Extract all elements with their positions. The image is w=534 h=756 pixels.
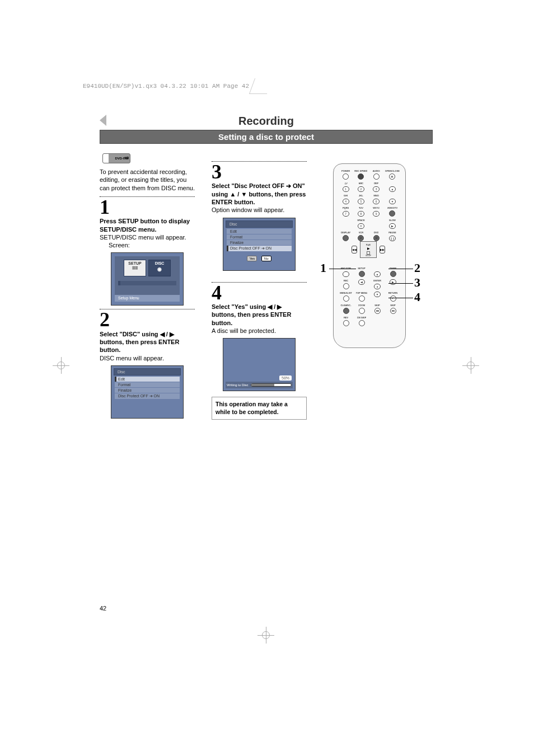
main-title: Recording	[100, 115, 433, 128]
menu-footer: Setup Menu	[115, 295, 180, 302]
step-4-number: 4	[212, 284, 307, 302]
power-icon	[343, 173, 349, 180]
step-1-number: 1	[100, 198, 195, 216]
return-button: ↶	[390, 295, 396, 302]
column-mid: 3 Select "Disc Protect OFF ➔ ON" using ▲…	[212, 159, 307, 425]
clear-button	[343, 308, 349, 314]
disc-menu-screenshot: Disc Edit Format Finalize Disc Protect O…	[111, 365, 184, 419]
remote-illustration: POWER REC SPEED AUDIO OPEN/CLOSE⏏ .@/1 A…	[333, 163, 406, 348]
up-arrow-button: ▲	[374, 271, 381, 277]
disc-protect-screenshot: Disc Edit Format Finalize Disc Protect O…	[223, 218, 296, 271]
progress-bar	[251, 383, 292, 387]
step-3-text: Select "Disc Protect OFF ➔ ON" using ▲ /…	[212, 182, 307, 214]
crosshair-icon	[257, 627, 274, 644]
remote-marker-2: 2	[414, 261, 420, 275]
menu-item: Format	[115, 382, 180, 387]
num-2-button: 2	[358, 186, 364, 192]
divider-icon	[212, 282, 307, 283]
nav-cluster: ◀◀ PLAY ▶ STOP ▶▶	[352, 239, 385, 266]
num-7-button: 7	[343, 211, 349, 217]
step-4-text: Select "Yes" using ◀ / ▶ buttons, then p…	[212, 303, 307, 335]
video-tv-button	[389, 210, 395, 217]
crosshair-icon	[53, 357, 69, 374]
intro-text: To prevent accidental recording, editing…	[100, 168, 195, 192]
left-arrow-button: ◀	[358, 279, 365, 285]
menu-item: Disc Protect OFF ➔ ON	[115, 393, 180, 399]
rec-speed-button	[358, 173, 364, 180]
divider-icon	[100, 309, 195, 309]
menu-item: Edit	[115, 377, 180, 382]
menu-item: Finalize	[227, 240, 292, 245]
callout-line	[388, 298, 413, 298]
cm-skip-button	[359, 320, 365, 326]
step-2-number: 2	[100, 311, 195, 328]
ch-down-button: ▼	[389, 199, 396, 204]
crop-mark-icon	[249, 78, 273, 94]
num-1-button: 1	[343, 186, 349, 192]
step-3-number: 3	[212, 163, 307, 181]
ch-up-button: ▲	[389, 186, 396, 192]
audio-button	[373, 173, 380, 180]
yes-button: Yes	[247, 256, 257, 261]
play-stop-pad: PLAY ▶ STOP	[360, 241, 377, 258]
forward-icon: ▶▶	[380, 246, 385, 253]
rev-button	[343, 320, 349, 326]
divider-icon	[212, 161, 307, 162]
num-9-button: 9	[373, 211, 380, 217]
no-button: No	[261, 256, 271, 261]
crosshair-icon	[462, 357, 479, 374]
menu-item: Edit	[227, 229, 292, 234]
column-left: To prevent accidental recording, editing…	[100, 168, 195, 422]
pause-button: ❙❙	[389, 236, 396, 241]
note-box: This operation may take a while to be co…	[212, 397, 307, 420]
progress-screenshot: 58% Writing to Disc	[223, 338, 296, 391]
rec-monitor-button	[343, 283, 349, 289]
callout-line	[388, 283, 413, 284]
page-number: 42	[100, 605, 106, 612]
divider-icon	[100, 196, 195, 197]
disc-menu-title: Disc	[114, 368, 181, 375]
down-arrow-button: ▼	[374, 292, 381, 297]
setup-tile: SETUP☰☰	[124, 260, 146, 276]
menu-item-selected: Disc Protect OFF ➔ ON	[227, 246, 292, 251]
num-5-button: 5	[358, 199, 364, 204]
title-bar: Recording Setting a disc to protect	[100, 115, 433, 144]
callout-line	[329, 269, 356, 269]
num-4-button: 4	[343, 199, 349, 204]
step-1-text: Press SETUP button to display SETUP/DISC…	[100, 217, 195, 249]
skip-fwd-button: ⏭	[390, 308, 396, 314]
remote-marker-3: 3	[414, 275, 420, 290]
page-header-text: E9410UD(EN/SP)v1.qx3 04.3.22 10:01 AM Pa…	[83, 83, 249, 90]
remote-marker-1: 1	[320, 261, 326, 275]
timer-button	[390, 271, 396, 277]
progress-percent: 58%	[279, 375, 292, 381]
num-0-button: 0	[358, 223, 364, 229]
enter-button: ●	[374, 284, 381, 289]
slow-button: ▶	[389, 223, 396, 229]
menu-item: Format	[227, 234, 292, 240]
callout-line	[388, 269, 413, 269]
menu-list-button	[343, 295, 349, 302]
menu-item: Finalize	[115, 388, 180, 393]
disc-menu-title: Disc	[226, 220, 293, 228]
zoom-button	[359, 308, 365, 314]
setup-button	[359, 271, 365, 277]
right-arrow-button: ▶	[390, 279, 396, 285]
step-2-text: Select "DISC" using ◀ / ▶ buttons, then …	[100, 330, 195, 362]
setup-menu-screenshot: SETUP☰☰ DISC◉ Setup Menu	[111, 252, 184, 306]
disc-tile: DISC◉	[148, 260, 171, 276]
dvd-rw-badge: VR DVD-RW	[102, 153, 130, 163]
remote-marker-4: 4	[414, 290, 420, 304]
top-menu-button	[359, 295, 365, 302]
eject-icon: ⏏	[389, 173, 395, 180]
num-3-button: 3	[373, 186, 380, 192]
num-8-button: 8	[358, 211, 364, 217]
section-title: Setting a disc to protect	[100, 130, 433, 144]
progress-label: Writing to Disc	[227, 383, 249, 387]
skip-back-button: ⏮	[374, 308, 381, 314]
display-button	[343, 235, 349, 241]
rec-otr-button	[343, 271, 349, 277]
rewind-icon: ◀◀	[352, 246, 357, 253]
num-6-button: 6	[373, 199, 380, 204]
